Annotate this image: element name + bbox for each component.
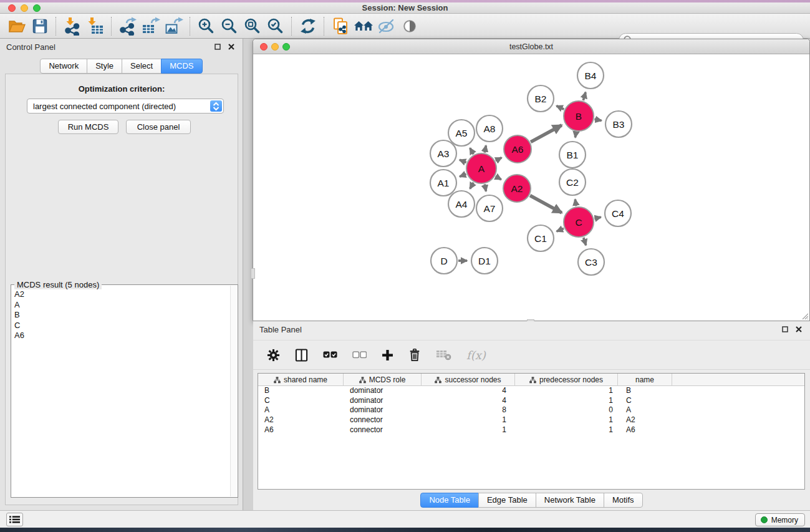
open-session-button[interactable]	[5, 15, 28, 37]
graph-node-B[interactable]: B	[564, 101, 594, 131]
criterion-dropdown[interactable]: largest connected component (directed)	[27, 99, 224, 114]
export-image-button[interactable]	[162, 15, 185, 37]
vertical-splitter-handle[interactable]	[251, 268, 255, 279]
columns-button[interactable]	[295, 349, 308, 362]
graph-node-D[interactable]: D	[431, 248, 457, 274]
column-header-MCDS-role[interactable]: MCDS role	[344, 374, 422, 386]
table-row[interactable]: Bdominator41B	[258, 386, 804, 396]
deselect-all-button[interactable]	[352, 351, 367, 359]
graph-node-A4[interactable]: A4	[448, 191, 475, 217]
app-titlebar[interactable]: Session: New Session	[0, 2, 810, 14]
close-table-panel-icon[interactable]	[794, 324, 804, 334]
graph-node-C4[interactable]: C4	[605, 200, 631, 226]
export-table-button[interactable]	[139, 15, 162, 37]
graph-node-B3[interactable]: B3	[605, 111, 632, 137]
float-table-panel-icon[interactable]	[780, 324, 790, 334]
refresh-button[interactable]	[296, 15, 319, 37]
graph-edge-B-B2[interactable]	[556, 106, 564, 109]
network-view[interactable]: B4B2BB3A8A5A6A3B1AA1C2A2A4A7C4CC1C3DD1	[254, 55, 809, 321]
graph-node-A1[interactable]: A1	[430, 170, 456, 196]
graph-node-A2[interactable]: A2	[503, 175, 531, 202]
table-tab-edge-table[interactable]: Edge Table	[478, 493, 536, 508]
tab-select[interactable]: Select	[122, 59, 162, 74]
graph-node-C1[interactable]: C1	[528, 225, 554, 251]
graph-edge-B-B3[interactable]	[594, 119, 601, 120]
memory-button[interactable]: Memory	[755, 513, 805, 526]
graph-node-C3[interactable]: C3	[578, 249, 604, 275]
column-header-predecessor-nodes[interactable]: predecessor nodes	[515, 374, 618, 386]
table-row[interactable]: A6connector11A6	[258, 425, 804, 435]
graph-node-A3[interactable]: A3	[430, 140, 456, 167]
graph-edge-C-C3[interactable]	[584, 238, 586, 245]
run-mcds-button[interactable]: Run MCDS	[58, 120, 118, 134]
tab-mcds[interactable]: MCDS	[161, 59, 202, 74]
network-window-titlebar[interactable]: testGlobe.txt	[253, 39, 809, 54]
graph-node-C2[interactable]: C2	[559, 169, 586, 195]
graph-node-A8[interactable]: A8	[476, 115, 503, 142]
graph-node-B1[interactable]: B1	[559, 142, 586, 168]
mcds-result-item[interactable]: C	[13, 321, 229, 331]
column-header-shared-name[interactable]: shared name	[258, 374, 344, 386]
export-network-button[interactable]	[116, 15, 139, 37]
graph-edge-A-A2[interactable]	[496, 177, 501, 180]
graph-edge-B-B4[interactable]	[583, 92, 586, 100]
graph-edge-C-C2[interactable]	[575, 200, 576, 206]
graph-node-B2[interactable]: B2	[528, 85, 554, 112]
zoom-selected-button[interactable]	[264, 15, 287, 37]
delete-table-button[interactable]	[436, 349, 451, 361]
column-header-successor-nodes[interactable]: successor nodes	[422, 374, 515, 386]
table-tab-network-table[interactable]: Network Table	[536, 493, 604, 508]
graph-node-D1[interactable]: D1	[471, 248, 498, 274]
mcds-result-item[interactable]: B	[13, 310, 229, 321]
graph-edge-A-A8[interactable]	[485, 145, 486, 152]
graph-node-A7[interactable]: A7	[476, 195, 503, 221]
table-row[interactable]: Cdominator41C	[258, 396, 804, 406]
delete-button[interactable]	[408, 348, 421, 362]
table-row[interactable]: Adominator80A	[258, 405, 804, 415]
mcds-result-item[interactable]: A6	[13, 331, 229, 341]
graph-edge-C-C4[interactable]	[594, 217, 600, 218]
tab-style[interactable]: Style	[87, 59, 122, 74]
column-header-name[interactable]: name	[618, 374, 672, 386]
graph-edge-A6-B[interactable]	[531, 125, 562, 142]
table-tab-motifs[interactable]: Motifs	[604, 493, 643, 508]
save-session-button[interactable]	[28, 15, 51, 37]
graph-edge-A2-C[interactable]	[530, 195, 562, 213]
graph-node-C[interactable]: C	[564, 207, 594, 237]
contrast-button[interactable]	[398, 15, 421, 37]
graph-edge-A-A5[interactable]	[470, 148, 474, 154]
zoom-in-button[interactable]	[195, 15, 218, 37]
graph-node-A5[interactable]: A5	[448, 120, 475, 146]
table-row[interactable]: A2connector11A2	[258, 415, 804, 425]
graph-node-A[interactable]: A	[466, 153, 496, 183]
graph-edge-B-B1[interactable]	[575, 132, 576, 138]
new-network-button[interactable]	[329, 15, 352, 37]
import-table-button[interactable]	[84, 15, 107, 37]
zoom-fit-button[interactable]	[241, 15, 264, 37]
hide-glasses-button[interactable]	[375, 15, 398, 37]
graph-node-A6[interactable]: A6	[504, 135, 531, 163]
graph-edge-A-A3[interactable]	[460, 160, 466, 162]
resize-grip-icon[interactable]	[801, 312, 808, 319]
function-builder-button[interactable]: f(x)	[466, 349, 486, 362]
mcds-result-item[interactable]: A2	[13, 289, 229, 300]
home-button[interactable]	[352, 15, 375, 37]
graph-edge-C-C1[interactable]	[557, 228, 564, 231]
graph-edge-A-A6[interactable]	[496, 158, 501, 161]
settings-gear-button[interactable]	[267, 349, 280, 362]
tab-network[interactable]: Network	[40, 59, 87, 74]
graph-node-B4[interactable]: B4	[577, 62, 604, 89]
graph-edge-A-A4[interactable]	[470, 183, 474, 189]
add-column-button[interactable]	[382, 349, 393, 361]
task-history-button[interactable]	[6, 513, 23, 526]
close-panel-icon[interactable]	[226, 42, 236, 52]
result-scrollbar[interactable]	[230, 286, 237, 496]
float-panel-icon[interactable]	[213, 42, 223, 52]
close-panel-button[interactable]: Close panel	[126, 120, 191, 134]
mcds-result-item[interactable]: A	[13, 300, 229, 311]
import-network-button[interactable]	[60, 15, 84, 37]
graph-edge-A-A1[interactable]	[460, 174, 466, 177]
zoom-out-button[interactable]	[218, 15, 241, 37]
select-all-button[interactable]	[323, 351, 337, 359]
table-tab-node-table[interactable]: Node Table	[420, 493, 479, 508]
